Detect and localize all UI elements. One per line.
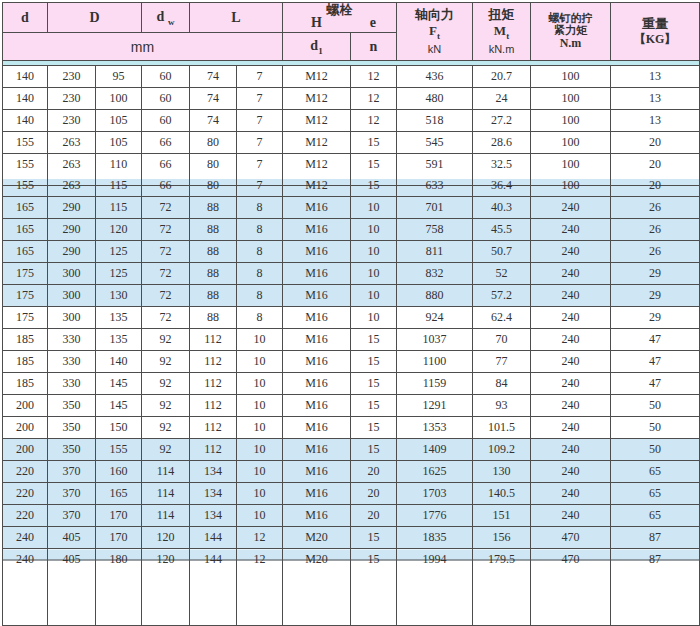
empty-cell xyxy=(397,570,473,626)
table-row: 22037016511413410M16201703140.524065 xyxy=(3,483,700,505)
table-cell: 80 xyxy=(190,154,237,176)
table-cell: 165 xyxy=(3,197,48,219)
table-cell: 1835 xyxy=(397,527,473,549)
col-header-e: e xyxy=(350,15,396,31)
table-cell: M12 xyxy=(283,66,351,88)
table-cell: M16 xyxy=(283,417,351,439)
empty-row xyxy=(3,570,700,626)
table-cell: 230 xyxy=(48,110,96,132)
table-cell: 140 xyxy=(3,66,48,88)
axial-symbol-base: F xyxy=(429,23,437,38)
table-cell: 115 xyxy=(96,197,142,219)
table-cell: 350 xyxy=(48,395,96,417)
table-cell: 144 xyxy=(190,549,237,571)
table-cell: 8 xyxy=(237,197,283,219)
table-row: 2003501509211210M16151353101.524050 xyxy=(3,417,700,439)
table-row: 1853301409211210M161511007724047 xyxy=(3,351,700,373)
col-header-screw-torque: 螺钉的拧 紧力矩 N.m xyxy=(531,3,611,61)
table-cell: 87 xyxy=(611,527,700,549)
table-cell: 1353 xyxy=(397,417,473,439)
table-cell: 74 xyxy=(190,66,237,88)
table-cell: 12 xyxy=(351,66,397,88)
table-cell: 240 xyxy=(531,307,611,329)
table-cell: 88 xyxy=(190,197,237,219)
dw-subscript: w xyxy=(168,16,175,26)
table-cell: 24 xyxy=(473,88,531,110)
table-cell: 28.6 xyxy=(473,132,531,154)
torque-title: 扭矩 xyxy=(473,7,530,23)
table-cell: 88 xyxy=(190,263,237,285)
weight-unit: 【KG】 xyxy=(611,32,699,47)
table-row: 1853301359211210M161510377024047 xyxy=(3,329,700,351)
table-row: 15526311066807M121559132.510020 xyxy=(3,154,700,176)
table-cell: 114 xyxy=(142,483,190,505)
table-cell: 220 xyxy=(3,483,48,505)
table-cell: 88 xyxy=(190,219,237,241)
table-cell: 26 xyxy=(611,241,700,263)
table-cell: 26 xyxy=(611,197,700,219)
table-row: 17530013072888M161088057.224029 xyxy=(3,285,700,307)
table-cell: M16 xyxy=(283,219,351,241)
table-cell: 10 xyxy=(237,417,283,439)
table-cell: 15 xyxy=(351,395,397,417)
table-cell: 47 xyxy=(611,373,700,395)
table-cell: 112 xyxy=(190,417,237,439)
table-cell: 155 xyxy=(3,132,48,154)
table-cell: 240 xyxy=(531,241,611,263)
table-cell: 10 xyxy=(237,483,283,505)
table-cell: 15 xyxy=(351,175,397,197)
table-cell: 134 xyxy=(190,483,237,505)
col-header-d1: d1 xyxy=(283,33,351,61)
table-cell: 370 xyxy=(48,461,96,483)
empty-cell xyxy=(473,570,531,626)
table-cell: 145 xyxy=(96,373,142,395)
col-header-axial-force: 轴向力 Ft kN xyxy=(397,3,473,61)
table-cell: M16 xyxy=(283,483,351,505)
table-cell: M16 xyxy=(283,307,351,329)
table-cell: 330 xyxy=(48,329,96,351)
table-cell: 120 xyxy=(142,527,190,549)
weight-title: 重量 xyxy=(611,16,699,32)
table-cell: 151 xyxy=(473,505,531,527)
table-cell: 1409 xyxy=(397,439,473,461)
table-cell: 100 xyxy=(96,88,142,110)
table-cell: 72 xyxy=(142,263,190,285)
table-cell: 66 xyxy=(142,175,190,197)
table-cell: 92 xyxy=(142,329,190,351)
table-cell: M16 xyxy=(283,373,351,395)
col-header-bolt: 螺栓 H e xyxy=(283,3,397,33)
table-cell: 480 xyxy=(397,88,473,110)
table-body: 1402309560747M121243620.7100131402301006… xyxy=(3,61,700,626)
table-cell: 7 xyxy=(237,154,283,176)
table-cell: 7 xyxy=(237,66,283,88)
table-cell: 15 xyxy=(351,154,397,176)
table-row: 14023010060747M12124802410013 xyxy=(3,88,700,110)
table-cell: 290 xyxy=(48,197,96,219)
table-cell: 10 xyxy=(237,439,283,461)
table-cell: 26 xyxy=(611,219,700,241)
table-cell: 72 xyxy=(142,285,190,307)
table-cell: 240 xyxy=(531,417,611,439)
table-cell: 7 xyxy=(237,88,283,110)
table-cell: 84 xyxy=(473,373,531,395)
table-cell: 1291 xyxy=(397,395,473,417)
table-cell: 350 xyxy=(48,439,96,461)
table-cell: 633 xyxy=(397,175,473,197)
axial-force-title: 轴向力 xyxy=(397,7,472,23)
table-cell: 87 xyxy=(611,549,700,571)
table-cell: M16 xyxy=(283,461,351,483)
d1-base: d xyxy=(310,38,318,53)
table-cell: 12 xyxy=(351,110,397,132)
table-cell: 185 xyxy=(3,351,48,373)
table-cell: 15 xyxy=(351,373,397,395)
table-cell: 65 xyxy=(611,483,700,505)
table-cell: 263 xyxy=(48,175,96,197)
table-cell: 100 xyxy=(531,132,611,154)
table-cell: 140.5 xyxy=(473,483,531,505)
table-cell: 10 xyxy=(237,373,283,395)
table-cell: 20 xyxy=(351,461,397,483)
table-cell: 109.2 xyxy=(473,439,531,461)
table-cell: 290 xyxy=(48,241,96,263)
table-cell: 62.4 xyxy=(473,307,531,329)
table-cell: 13 xyxy=(611,88,700,110)
